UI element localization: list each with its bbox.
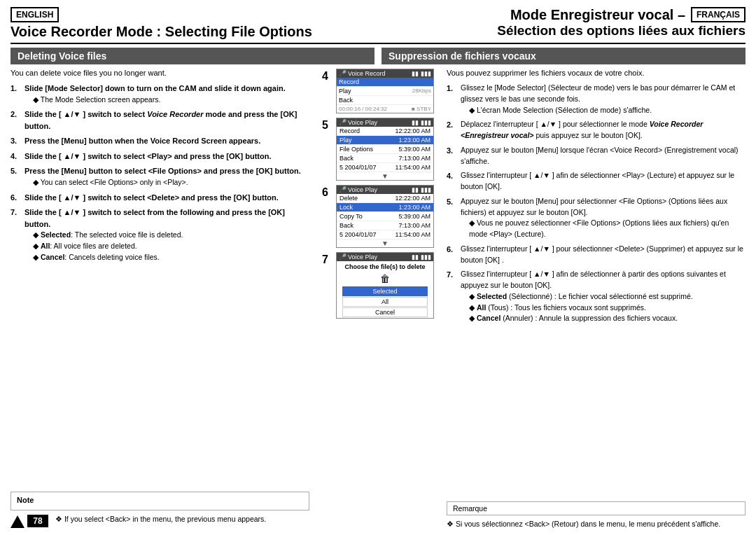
- fr-step-num-2: 2.: [447, 119, 456, 141]
- en-step-4: 4. Slide the [ ▲/▼ ] switch to select <P…: [10, 151, 309, 162]
- fr-step-6: 6. Glissez l'interrupteur [ ▲/▼ ] pour s…: [447, 244, 746, 266]
- step-num-3: 3.: [10, 135, 20, 147]
- screen-6: 🎤 Voice Play ▮▮ ▮▮▮ Delete12:22:00 AM Lo…: [336, 185, 434, 248]
- screen-7-battery: ▮▮ ▮▮▮: [412, 253, 431, 260]
- screen-4-row-back: Back: [337, 96, 433, 105]
- step-bullet-5: You can select <File Options> only in <P…: [24, 177, 309, 188]
- mic-icon-5: 🎤: [339, 119, 346, 126]
- screen-5-header: 🎤 Voice Play ▮▮ ▮▮▮: [337, 118, 433, 127]
- fr-step-num-7: 7.: [447, 269, 456, 324]
- screen-5-row-record: Record12:22:00 AM: [337, 127, 433, 136]
- fr-bullet-7c: Cancel (Annuler) : Annule la suppression…: [461, 313, 746, 324]
- page-header: ENGLISH Voice Recorder Mode : Selecting …: [10, 7, 746, 40]
- fr-step-content-5: Appuyez sur le bouton [Menu] pour sélect…: [461, 196, 746, 240]
- screen-7-option-all: All: [342, 297, 428, 307]
- en-intro: You can delete voice files you no longer…: [10, 69, 309, 77]
- fr-step-num-6: 6.: [447, 244, 456, 266]
- en-step-2: 2. Slide the [ ▲/▼ ] switch to select Vo…: [10, 109, 309, 132]
- fr-intro: Vous pouvez supprimer les fichiers vocau…: [447, 69, 746, 77]
- step-content-7: Slide the [ ▲/▼ ] switch to select from …: [24, 207, 309, 263]
- screen-6-num: 6: [322, 186, 333, 199]
- fr-steps: 1. Glissez le [Mode Selector] (Sélecteur…: [447, 83, 746, 328]
- screen-5-container: 5 🎤 Voice Play ▮▮ ▮▮▮ Record12:22:00 AM …: [322, 118, 434, 181]
- page-num: 78: [27, 515, 48, 527]
- screen-7-header: 🎤 Voice Play ▮▮ ▮▮▮: [337, 253, 433, 261]
- section-header-fr: Suppression de fichiers vocaux: [382, 48, 746, 64]
- en-step-3: 3. Press the [Menu] button when the Voic…: [10, 135, 309, 147]
- section-headers: Deleting Voice files Suppression de fich…: [10, 48, 746, 64]
- screen-5-row-back: Back7:13:00 AM: [337, 154, 433, 163]
- screen-4-row-record: Record: [337, 78, 433, 87]
- page: ENGLISH Voice Recorder Mode : Selecting …: [0, 0, 756, 535]
- screen-6-row-back: Back7:13:00 AM: [337, 221, 433, 230]
- screen-6-row-lock: Lock1:23:00 AM: [337, 203, 433, 212]
- step-bullet-7c: Cancel: Cancels deleting voice files.: [24, 252, 309, 263]
- note-box: Note: [10, 492, 309, 510]
- step-num-5: 5.: [10, 165, 20, 188]
- en-column: You can delete voice files you no longer…: [10, 69, 309, 528]
- fr-column: Vous pouvez supprimer les fichiers vocau…: [447, 69, 746, 528]
- screen-4-header: 🎤 Voice Record ▮▮ ▮▮▮: [337, 69, 433, 78]
- screen-7-option-selected: Selected: [342, 286, 428, 296]
- title-en: Voice Recorder Mode : Selecting File Opt…: [10, 24, 312, 40]
- step-num-1: 1.: [10, 83, 20, 105]
- step-num-2: 2.: [10, 109, 20, 132]
- fr-bullet-7b: All (Tous) : Tous les fichiers vocaux so…: [461, 303, 746, 314]
- screen-5-row-fileoptions: File Options5:39:00 AM: [337, 145, 433, 154]
- screen-4: 🎤 Voice Record ▮▮ ▮▮▮ Record Play 28Kbps…: [336, 69, 434, 113]
- mic-icon-7: 🎤: [339, 253, 346, 260]
- lang-badge-en: ENGLISH: [10, 7, 59, 22]
- fr-bullet-7a: Selected (Sélectionné) : Le fichier voca…: [461, 291, 746, 303]
- section-header-en: Deleting Voice files: [10, 48, 374, 64]
- header-right: Mode Enregistreur vocal – FRANÇAIS Sélec…: [497, 7, 746, 39]
- main-content: You can delete voice files you no longer…: [10, 69, 746, 528]
- fr-step-num-1: 1.: [447, 83, 456, 116]
- fr-step-content-6: Glissez l'interrupteur [ ▲/▼ ] pour séle…: [461, 244, 746, 266]
- fr-step-5: 5. Appuyez sur le bouton [Menu] pour sél…: [447, 196, 746, 240]
- screen-5-row-play: Play1:23:00 AM: [337, 136, 433, 145]
- screen-4-title: Voice Record: [348, 70, 386, 77]
- screens-column: 4 🎤 Voice Record ▮▮ ▮▮▮ Record Play: [322, 69, 434, 528]
- screen-4-stby: 00:00:16 / 00:24:32 ■ STBY: [337, 105, 433, 113]
- screen-6-battery: ▮▮ ▮▮▮: [412, 186, 431, 193]
- screen-6-row-delete: Delete12:22:00 AM: [337, 194, 433, 203]
- bottom-note-text: ❖ If you select <Back> in the menu, the …: [55, 515, 309, 523]
- fr-step-content-4: Glissez l'interrupteur [ ▲/▼ ] afin de s…: [461, 170, 746, 193]
- step-num-6: 6.: [10, 192, 20, 204]
- step-num-4: 4.: [10, 151, 20, 162]
- step-bullet-7b: All: All voice files are deleted.: [24, 241, 309, 252]
- fr-step-num-3: 3.: [447, 145, 456, 167]
- screen-4-row-play: Play 28Kbps: [337, 87, 433, 96]
- screen-5-title: Voice Play: [348, 119, 377, 126]
- screen-7-option-cancel: Cancel: [342, 307, 428, 317]
- step-content-5: Press the [Menu] button to select <File …: [24, 165, 309, 188]
- en-step-6: 6. Slide the [ ▲/▼ ] switch to select <D…: [10, 192, 309, 204]
- step-content-6: Slide the [ ▲/▼ ] switch to select <Dele…: [24, 192, 309, 204]
- fr-step-num-5: 5.: [447, 196, 456, 240]
- screen-6-row-5: 5 2004/01/0711:54:00 AM: [337, 230, 433, 239]
- fr-step-4: 4. Glissez l'interrupteur [ ▲/▼ ] afin d…: [447, 170, 746, 193]
- step-content-1: Slide [Mode Selector] down to turn on th…: [24, 83, 309, 105]
- step-content-2: Slide the [ ▲/▼ ] switch to select Voice…: [24, 109, 309, 132]
- fr-bottom-note: ❖ Si vous sélectionnez <Back> (Retour) d…: [447, 520, 746, 528]
- note-title: Note: [17, 496, 303, 504]
- subtitle-fr: Sélection des options liées aux fichiers: [497, 23, 746, 39]
- title-fr: Mode Enregistreur vocal –: [510, 7, 685, 23]
- fr-step-content-3: Appuyez sur le bouton [Menu] lorsque l'é…: [461, 145, 746, 167]
- fr-step-2: 2. Déplacez l'interrupteur [ ▲/▼ ] pour …: [447, 119, 746, 141]
- en-step-1: 1. Slide [Mode Selector] down to turn on…: [10, 83, 309, 105]
- remarque-box: Remarque: [447, 501, 746, 515]
- fr-step-content-2: Déplacez l'interrupteur [ ▲/▼ ] pour sél…: [461, 119, 746, 141]
- fr-bottom-note-text: ❖ Si vous sélectionnez <Back> (Retour) d…: [447, 520, 746, 528]
- mic-icon-4: 🎤: [339, 70, 346, 77]
- bottom-note: 78 ❖ If you select <Back> in the menu, t…: [10, 515, 309, 528]
- fr-step-num-4: 4.: [447, 170, 456, 193]
- header-left: ENGLISH Voice Recorder Mode : Selecting …: [10, 7, 312, 40]
- step-content-3: Press the [Menu] button when the Voice R…: [24, 135, 309, 147]
- screen-6-row-copyto: Copy To5:39:00 AM: [337, 212, 433, 221]
- fr-step-content-1: Glissez le [Mode Selector] (Sélecteur de…: [461, 83, 746, 116]
- fr-step-7: 7. Glissez l'interrupteur [ ▲/▼ ] afin d…: [447, 269, 746, 324]
- screen-7: 🎤 Voice Play ▮▮ ▮▮▮ Choose the file(s) t…: [336, 252, 434, 319]
- screen-7-container: 7 🎤 Voice Play ▮▮ ▮▮▮ Choose the file(s)…: [322, 252, 434, 319]
- lang-badge-fr: FRANÇAIS: [691, 7, 746, 22]
